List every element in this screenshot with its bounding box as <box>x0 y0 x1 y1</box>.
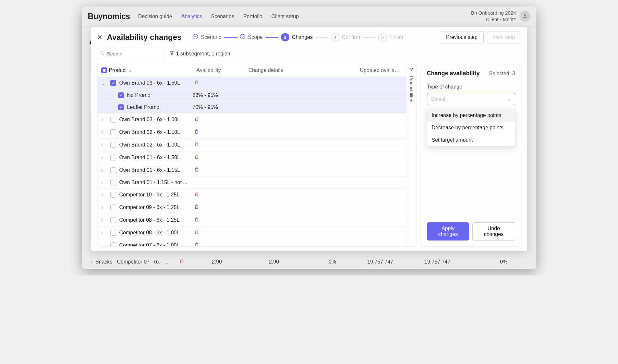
table-row[interactable]: ›Competitor 08 - 6x - 1.00L <box>97 227 406 239</box>
brand-logo: Buynomics <box>88 12 130 21</box>
panel-title: Change availability <box>427 70 480 77</box>
table-row[interactable]: ›Own Brand 02 - 6x - 1.00L <box>97 139 406 151</box>
search-input[interactable] <box>97 48 165 59</box>
type-dropdown: Increase by percentage pointsDecrease by… <box>427 109 515 147</box>
table-row-child[interactable]: Leaflet Promo70% - 95% <box>97 101 406 113</box>
app-window: A › Snacks - Competitor 07 - 6x - ... 2.… <box>82 6 536 269</box>
col-product[interactable]: Product↓ <box>109 67 197 73</box>
table-body[interactable]: ⌄Own Brand 03 - 6x - 1.50LNo Promo83% - … <box>97 77 406 246</box>
chevron-right-icon[interactable]: › <box>101 142 107 148</box>
modal-body: Product↓ Availability Change details Upd… <box>91 64 527 251</box>
modal-title: Availability changes <box>107 33 182 42</box>
table-row[interactable]: ›Own Brand 01 - 6x - 1.50L <box>97 151 406 164</box>
table-row[interactable]: ›Competitor 09 - 6x - 1.25L <box>97 201 406 214</box>
chevron-down-icon[interactable]: ⌄ <box>101 80 107 86</box>
chevron-right-icon[interactable]: › <box>101 230 107 236</box>
row-checkbox[interactable] <box>110 155 116 160</box>
table-row[interactable]: ›Own Brand 01 - 6x - 1.15L <box>97 164 406 177</box>
step-label: Finish <box>389 34 403 40</box>
availability-modal: ✕ Availability changes ScenarioScope3Cha… <box>91 27 527 251</box>
undo-changes-button[interactable]: Undo changes <box>472 222 515 241</box>
nav-item-decision-guide[interactable]: Decision guide <box>138 14 172 19</box>
bg-col-5: 19,757,747 <box>413 259 470 265</box>
dropdown-option[interactable]: Increase by percentage points <box>427 109 515 122</box>
table-row[interactable]: ⌄Competitor 07 - 6x - 1.00L <box>97 239 406 246</box>
row-checkbox[interactable] <box>110 80 116 86</box>
row-checkbox[interactable] <box>110 242 116 246</box>
bag-icon <box>194 154 201 161</box>
row-checkbox[interactable] <box>110 167 116 173</box>
row-checkbox[interactable] <box>118 92 124 98</box>
search-wrapper <box>97 48 165 59</box>
filter-chip[interactable]: 1 subsegment, 1 region <box>170 51 230 57</box>
type-of-change-label: Type of change <box>427 84 515 90</box>
step-number: 4 <box>331 33 339 41</box>
bg-col-4: 19,757,747 <box>356 259 413 265</box>
bag-icon <box>194 80 201 86</box>
chevron-down-icon[interactable]: ⌄ <box>101 242 107 247</box>
chevron-right-icon[interactable]: › <box>101 167 107 173</box>
row-checkbox[interactable] <box>110 142 116 148</box>
table-row-child[interactable]: No Promo83% - 95% <box>97 89 406 101</box>
step-indicator: ScenarioScope3Changes4Confirm5Finish <box>192 33 435 41</box>
row-name: Own Brand 03 - 6x - 1.50L <box>119 80 194 86</box>
chevron-right-icon[interactable]: › <box>101 129 107 135</box>
select-all-checkbox[interactable] <box>101 67 107 73</box>
table-row[interactable]: ›Competitor 08 - 6x - 1.25L <box>97 214 406 227</box>
row-checkbox[interactable] <box>110 217 116 223</box>
bag-icon <box>194 192 201 198</box>
dropdown-option[interactable]: Decrease by percentage points <box>427 122 515 134</box>
previous-step-button[interactable]: Previous step <box>440 31 484 43</box>
row-checkbox[interactable] <box>110 129 116 135</box>
close-icon[interactable]: ✕ <box>97 33 103 41</box>
bag-icon <box>194 116 201 123</box>
search-icon <box>100 51 104 57</box>
filter-icon <box>409 67 414 73</box>
row-checkbox[interactable] <box>110 230 116 236</box>
table-row[interactable]: ⌄Own Brand 03 - 6x - 1.50L <box>97 77 406 89</box>
bag-icon <box>179 259 184 265</box>
row-checkbox[interactable] <box>110 117 116 123</box>
col-updated-availability: Updated availabil... <box>360 67 402 73</box>
chevron-right-icon[interactable]: › <box>101 192 107 198</box>
bag-icon <box>194 242 201 246</box>
table-row[interactable]: ›Own Brand 03 - 6x - 1.00L <box>97 113 406 126</box>
bag-icon <box>194 217 201 223</box>
row-checkbox[interactable] <box>110 205 116 210</box>
chevron-right-icon[interactable]: › <box>101 180 107 185</box>
bg-data-row: › Snacks - Competitor 07 - 6x - ... 2.90… <box>91 259 527 265</box>
next-step-button[interactable]: Next step <box>487 31 521 43</box>
chevron-right-icon[interactable]: › <box>101 155 107 160</box>
bag-icon <box>194 204 201 211</box>
bg-col-3: 0% <box>298 259 356 265</box>
svg-point-2 <box>240 34 245 39</box>
user-info: Bn Onboarding 2024 Client - Moritz <box>471 10 530 22</box>
row-name: Own Brand 01 - 1.15L - not ... <box>119 180 194 185</box>
step-label: Confirm <box>342 34 360 40</box>
nav-item-scenarios[interactable]: Scenarios <box>211 14 234 19</box>
chevron-right-icon[interactable]: › <box>101 205 107 210</box>
table-row[interactable]: ›Own Brand 02 - 6x - 1.50L <box>97 126 406 139</box>
top-nav: Decision guideAnalyticsScenariosPortfoli… <box>138 14 299 19</box>
dropdown-option[interactable]: Set target amount <box>427 134 515 146</box>
row-name: Competitor 08 - 6x - 1.25L <box>119 217 194 223</box>
row-checkbox[interactable] <box>118 104 124 110</box>
apply-changes-button[interactable]: Apply changes <box>427 222 469 241</box>
row-checkbox[interactable] <box>110 192 116 198</box>
bg-row-name: Snacks - Competitor 07 - 6x - ... <box>95 259 176 265</box>
row-name: Own Brand 01 - 6x - 1.50L <box>119 155 194 160</box>
sort-down-icon: ↓ <box>129 67 131 73</box>
table-row[interactable]: ›Own Brand 01 - 1.15L - not ... <box>97 177 406 189</box>
nav-item-portfolio[interactable]: Portfolio <box>243 14 262 19</box>
product-filters-toggle[interactable]: Product filters <box>406 64 417 246</box>
nav-item-analytics[interactable]: Analytics <box>181 14 202 19</box>
filter-icon <box>170 51 174 57</box>
chevron-right-icon[interactable]: › <box>101 117 107 123</box>
row-checkbox[interactable] <box>110 180 116 185</box>
type-of-change-select[interactable]: Select ⌄ <box>427 93 515 105</box>
nav-item-client-setup[interactable]: Client setup <box>272 14 299 19</box>
row-name: Own Brand 03 - 6x - 1.00L <box>119 117 194 123</box>
table-row[interactable]: ›Competitor 10 - 6x - 1.25L <box>97 189 406 201</box>
chevron-right-icon[interactable]: › <box>101 217 107 223</box>
avatar[interactable] <box>519 11 530 22</box>
